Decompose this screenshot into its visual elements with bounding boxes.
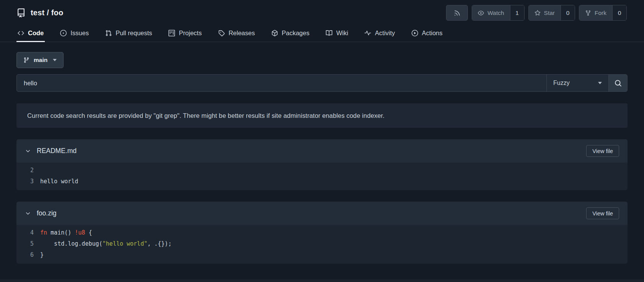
file-result-header: README.md View file [16, 139, 628, 163]
tab-wiki[interactable]: Wiki [325, 24, 349, 42]
line-number[interactable]: 6 [16, 251, 40, 258]
book-open-icon [326, 30, 332, 36]
code-line: 4 fn main() !u8 { [16, 227, 628, 238]
rss-button[interactable] [446, 5, 468, 21]
search-input[interactable] [17, 75, 546, 91]
fork-icon [585, 10, 591, 16]
branch-row: main [16, 52, 628, 68]
tab-label-releases: Releases [229, 29, 255, 37]
star-count[interactable]: 0 [561, 5, 575, 20]
tab-label-wiki: Wiki [336, 29, 348, 37]
view-file-button[interactable]: View file [586, 207, 619, 219]
footer-strip [0, 279, 644, 282]
code-line: 6 } [16, 249, 628, 260]
file-name-link[interactable]: README.md [37, 147, 77, 155]
tab-releases[interactable]: Releases [217, 24, 256, 42]
fork-button[interactable]: Fork [579, 5, 612, 20]
view-file-button[interactable]: View file [586, 145, 619, 157]
repo-title: test / foo [16, 8, 63, 18]
code-segment-keyword: fn [40, 229, 47, 236]
file-result-section: foo.zig View file 4 fn main() !u8 { 5 st… [16, 202, 628, 264]
star-label: Star [544, 10, 555, 16]
line-number[interactable]: 5 [16, 240, 40, 247]
tab-pull-requests[interactable]: Pull requests [104, 24, 153, 42]
line-content: } [40, 251, 44, 258]
chevron-down-icon[interactable] [25, 148, 31, 154]
code-icon [18, 30, 24, 36]
code-line: 3 hello world [16, 176, 628, 187]
fork-label: Fork [595, 10, 606, 16]
repo-book-icon [16, 8, 26, 18]
code-segment-default: hello world [40, 178, 78, 185]
notice-text: Current code search results are provided… [27, 112, 384, 119]
caret-down-icon [53, 59, 57, 61]
branch-selector[interactable]: main [16, 52, 64, 68]
package-icon [271, 30, 278, 36]
file-result-section: README.md View file 2 3 hello world [16, 139, 628, 190]
repo-tabs: Code Issues Pull requests Projects Relea… [0, 24, 644, 42]
pulse-icon [364, 30, 371, 36]
line-content: std.log.debug("hello world", .{}); [40, 240, 172, 247]
file-result-header: foo.zig View file [16, 202, 628, 225]
file-name-link[interactable]: foo.zig [37, 209, 57, 217]
tab-label-issues: Issues [70, 29, 89, 37]
tab-label-activity: Activity [375, 29, 395, 37]
watch-button[interactable]: Watch [472, 5, 510, 20]
star-icon [534, 10, 541, 16]
line-number[interactable]: 4 [16, 229, 40, 236]
code-segment-default: , .{}); [147, 240, 172, 247]
line-content: hello world [40, 178, 78, 185]
tab-label-code: Code [28, 29, 44, 37]
star-button[interactable]: Star [529, 5, 561, 20]
code-line: 2 [16, 165, 628, 176]
repo-owner-link[interactable]: test [31, 8, 44, 17]
search-button[interactable] [608, 75, 627, 91]
watch-button-group: Watch 1 [472, 5, 524, 21]
repo-separator: / [47, 8, 49, 17]
pull-request-icon [105, 30, 112, 36]
search-results: README.md View file 2 3 hello world foo.… [16, 139, 628, 264]
fork-count[interactable]: 0 [612, 5, 626, 20]
code-segment-keyword: !u8 [75, 229, 85, 236]
repo-header: test / foo Watch 1 Star 0 Fork [0, 0, 644, 24]
tab-code[interactable]: Code [16, 24, 45, 42]
code-segment-string: "hello world" [103, 240, 147, 247]
tab-label-actions: Actions [422, 29, 443, 37]
repo-action-buttons: Watch 1 Star 0 Fork 0 [446, 5, 627, 21]
repo-link[interactable]: foo [51, 8, 64, 17]
tab-actions[interactable]: Actions [410, 24, 444, 42]
project-icon [168, 30, 175, 36]
code-preview: 2 3 hello world [16, 163, 628, 190]
tab-label-projects: Projects [179, 29, 202, 37]
git-branch-icon [23, 57, 29, 63]
tab-projects[interactable]: Projects [167, 24, 203, 42]
code-search-bar: Fuzzy [16, 74, 628, 92]
search-mode-dropdown[interactable]: Fuzzy [546, 75, 608, 91]
star-button-group: Star 0 [528, 5, 575, 21]
line-number[interactable]: 2 [16, 167, 40, 174]
caret-down-icon [598, 82, 602, 84]
search-indexer-notice: Current code search results are provided… [16, 103, 628, 128]
rss-icon [454, 10, 461, 16]
watch-label: Watch [487, 10, 504, 16]
line-content: fn main() !u8 { [40, 229, 92, 236]
code-line: 5 std.log.debug("hello world", .{}); [16, 238, 628, 249]
tab-activity[interactable]: Activity [363, 24, 396, 42]
tab-label-pull-requests: Pull requests [116, 29, 152, 37]
code-segment-default: } [40, 251, 44, 258]
tab-packages[interactable]: Packages [270, 24, 311, 42]
line-number[interactable]: 3 [16, 178, 40, 185]
fork-button-group: Fork 0 [579, 5, 627, 21]
code-segment-default: std.log.debug( [40, 240, 103, 247]
code-segment-default: { [85, 229, 92, 236]
chevron-down-icon[interactable] [25, 210, 31, 217]
issue-icon [60, 30, 67, 36]
code-search-page: main Fuzzy Current code search results a… [0, 52, 644, 264]
watch-count[interactable]: 1 [510, 5, 524, 20]
code-preview: 4 fn main() !u8 { 5 std.log.debug("hello… [16, 225, 628, 264]
repo-name-heading: test / foo [31, 8, 63, 17]
search-mode-value: Fuzzy [553, 80, 570, 86]
tab-issues[interactable]: Issues [59, 24, 90, 42]
branch-name: main [34, 57, 47, 64]
search-icon [615, 80, 622, 87]
